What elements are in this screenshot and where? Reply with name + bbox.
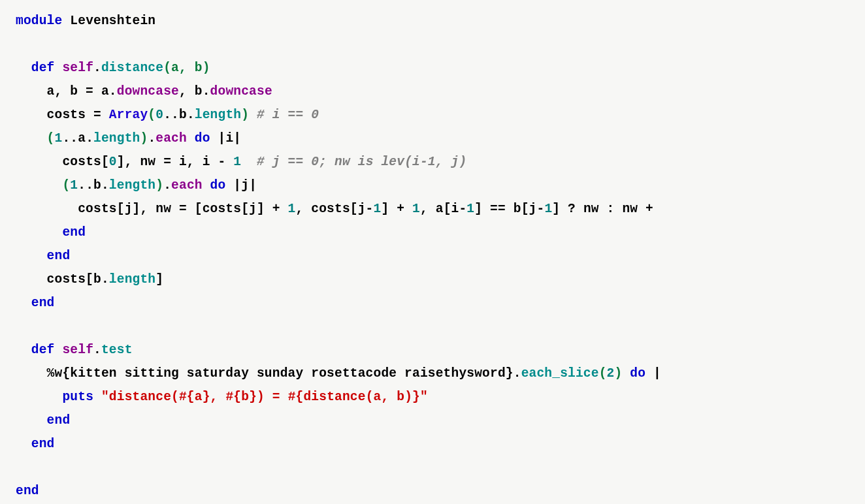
paren-open: ( <box>47 131 55 146</box>
kw-end: end <box>62 225 86 240</box>
paren-close: ) <box>241 108 249 122</box>
paren-open: ( <box>148 108 155 122</box>
meth-downcase: downcase <box>210 84 272 99</box>
kw-puts: puts <box>62 390 93 404</box>
block-args: |i| <box>218 131 242 146</box>
meth-length: length <box>93 131 140 146</box>
kw-end: end <box>31 296 55 310</box>
num: 0 <box>155 108 163 122</box>
class-array: Array <box>109 108 148 122</box>
line-6: (1..a.length).each do |i| <box>16 131 241 146</box>
expr: costs[j], nw = [costs[j] + <box>78 202 287 216</box>
line-10: end <box>16 225 86 240</box>
kw-module: module <box>16 14 62 28</box>
line-7: costs[0], nw = i, i - 1 # j == 0; nw is … <box>16 155 466 169</box>
block-args: |j| <box>233 178 257 193</box>
def-name-test: test <box>101 343 133 357</box>
comment: # i == 0 <box>257 108 319 122</box>
meth-length: length <box>109 178 155 193</box>
def-name-distance: distance <box>101 61 163 75</box>
range-op: .. <box>163 108 179 122</box>
kw-def: def <box>31 343 55 357</box>
num: 1 <box>466 202 474 216</box>
num: 1 <box>233 155 241 169</box>
line-1: module Levenshtein <box>16 14 155 28</box>
num: 0 <box>109 155 117 169</box>
range-op: .. <box>62 131 78 146</box>
expr: , costs[j- <box>295 202 373 216</box>
expr: b <box>179 108 187 122</box>
expr: ] == b[j- <box>474 202 544 216</box>
expr: ] ? nw : nw + <box>552 202 661 216</box>
line-19: end <box>16 437 55 451</box>
paren-close: ) <box>140 131 148 146</box>
expr: costs[b <box>47 272 101 287</box>
line-4: a, b = a.downcase, b.downcase <box>16 84 272 99</box>
expr: costs[ <box>62 155 108 169</box>
line-12: costs[b.length] <box>16 272 163 287</box>
num: 2 <box>607 366 615 381</box>
kw-do: do <box>630 366 645 381</box>
meth-each: each <box>155 131 187 146</box>
expr: , a[i- <box>420 202 466 216</box>
kw-end: end <box>47 249 71 263</box>
paren-close: ) <box>614 366 622 381</box>
line-8: (1..b.length).each do |j| <box>16 178 257 193</box>
self-kw: self <box>62 343 93 357</box>
expr: a, b = a <box>47 84 109 99</box>
meth-downcase: downcase <box>117 84 179 99</box>
block-args: | <box>653 366 661 381</box>
kw-end: end <box>16 484 39 498</box>
meth-length: length <box>195 108 241 122</box>
line-21: end <box>16 484 39 498</box>
meth-each-slice: each_slice <box>521 366 599 381</box>
params: (a, b) <box>163 61 210 75</box>
meth-length: length <box>109 272 155 287</box>
expr: ] + <box>381 202 412 216</box>
expr: , b <box>179 84 203 99</box>
line-9: costs[j], nw = [costs[j] + 1, costs[j-1]… <box>16 202 661 216</box>
line-16: %w{kitten sitting saturday sunday rosett… <box>16 366 661 381</box>
kw-end: end <box>31 437 55 451</box>
line-17: puts "distance(#{a}, #{b}) = #{distance(… <box>16 390 428 404</box>
num: 1 <box>288 202 296 216</box>
space <box>241 155 257 169</box>
expr: %w{kitten sitting saturday sunday rosett… <box>47 366 514 381</box>
expr: ], nw = i, i - <box>117 155 234 169</box>
self-kw: self <box>62 61 93 75</box>
line-3: def self.distance(a, b) <box>16 61 210 75</box>
num: 1 <box>55 131 63 146</box>
kw-do: do <box>210 178 226 193</box>
meth-each: each <box>171 178 203 193</box>
paren-open: ( <box>599 366 607 381</box>
kw-do: do <box>195 131 210 146</box>
comment: # j == 0; nw is lev(i-1, j) <box>257 155 466 169</box>
expr: costs = <box>47 108 109 122</box>
line-15: def self.test <box>16 343 133 357</box>
line-5: costs = Array(0..b.length) # i == 0 <box>16 108 319 122</box>
paren-close: ) <box>155 178 163 193</box>
code-block: module Levenshtein def self.distance(a, … <box>0 0 865 504</box>
expr: a <box>78 131 86 146</box>
num: 1 <box>412 202 420 216</box>
line-11: end <box>16 249 70 263</box>
expr: b <box>93 178 101 193</box>
string: "distance(#{a}, #{b}) = #{distance(a, b)… <box>101 390 428 404</box>
num: 1 <box>70 178 78 193</box>
line-18: end <box>16 413 70 428</box>
range-op: .. <box>78 178 93 193</box>
expr: ] <box>155 272 163 287</box>
kw-end: end <box>47 413 71 428</box>
module-name: Levenshtein <box>70 14 155 28</box>
kw-def: def <box>31 61 55 75</box>
num: 1 <box>374 202 382 216</box>
line-13: end <box>16 296 55 310</box>
num: 1 <box>544 202 552 216</box>
paren-open: ( <box>62 178 70 193</box>
